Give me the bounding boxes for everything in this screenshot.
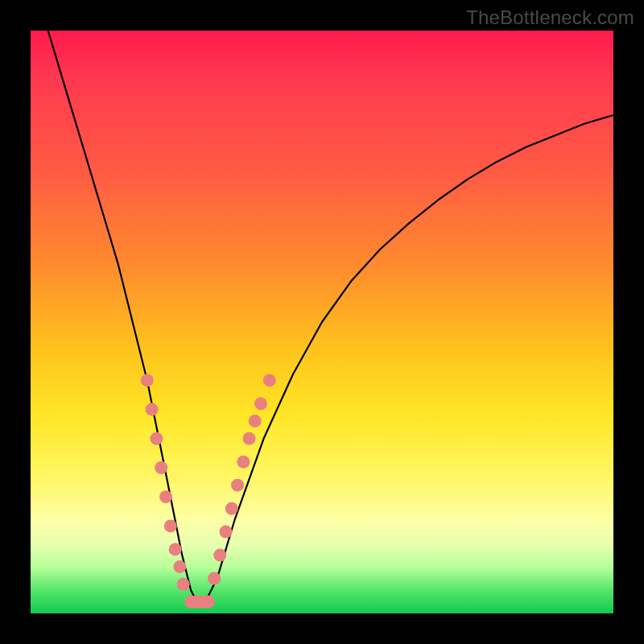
sample-point <box>263 374 276 386</box>
bottleneck-curve-path <box>48 31 613 602</box>
sample-point <box>220 526 233 539</box>
sample-point <box>146 403 159 416</box>
sample-point <box>150 432 163 445</box>
sample-point <box>231 479 244 492</box>
chart-frame: TheBottleneck.com <box>0 0 644 644</box>
sample-point <box>254 397 267 410</box>
sample-point <box>225 502 238 515</box>
sample-point <box>141 374 154 386</box>
sample-point <box>164 519 177 532</box>
sample-point <box>155 461 167 474</box>
chart-svg <box>31 31 613 613</box>
sample-point <box>237 456 250 469</box>
sample-point <box>177 578 190 591</box>
sample-point <box>202 596 215 609</box>
sample-point <box>169 543 182 555</box>
watermark-text: TheBottleneck.com <box>466 6 634 29</box>
curve-layer <box>48 31 613 602</box>
sample-point <box>249 415 262 427</box>
sample-point <box>213 549 226 562</box>
sample-point <box>208 572 221 585</box>
sample-point <box>243 432 256 445</box>
points-layer <box>141 374 276 608</box>
sample-point <box>173 560 186 573</box>
sample-point <box>159 490 172 503</box>
plot-area <box>31 31 613 613</box>
